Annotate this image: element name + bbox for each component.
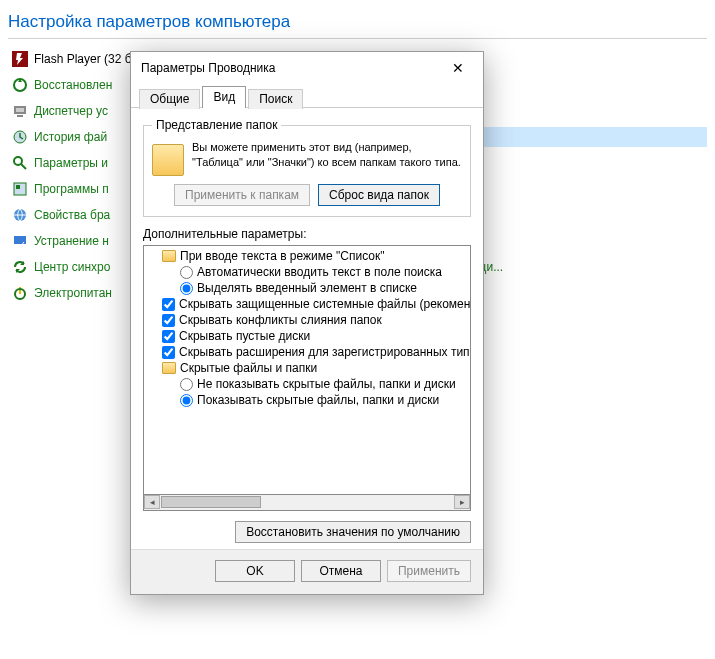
restore-defaults-row: Восстановить значения по умолчанию — [143, 521, 471, 543]
close-button[interactable]: ✕ — [439, 55, 477, 81]
tab-strip: ОбщиеВидПоиск — [131, 84, 483, 108]
advanced-settings-tree[interactable]: При вводе текста в режиме "Список"Автома… — [143, 245, 471, 495]
page-title: Настройка параметров компьютера — [0, 0, 715, 38]
tree-group-header: При вводе текста в режиме "Список" — [144, 248, 470, 264]
svg-point-6 — [14, 157, 22, 165]
tree-item-label: Скрывать конфликты слияния папок — [179, 313, 382, 327]
svg-rect-10 — [14, 236, 26, 244]
tree-item[interactable]: Выделять введенный элемент в списке — [144, 280, 470, 296]
apply-to-folders-button[interactable]: Применить к папкам — [174, 184, 310, 206]
tree-item-label: Скрывать пустые диски — [179, 329, 310, 343]
tree-radio[interactable] — [180, 266, 193, 279]
folder-views-group: Представление папок Вы можете применить … — [143, 118, 471, 217]
tree-item-label: Показывать скрытые файлы, папки и диски — [197, 393, 439, 407]
dialog-titlebar: Параметры Проводника ✕ — [131, 52, 483, 84]
tree-radio[interactable] — [180, 282, 193, 295]
cpl-item-label: Центр синхро — [34, 260, 110, 274]
flash-icon — [12, 51, 28, 67]
tree-group-header: Скрытые файлы и папки — [144, 360, 470, 376]
tree-item-label: Скрывать защищенные системные файлы (рек… — [179, 297, 471, 311]
history-icon — [12, 129, 28, 145]
tree-group-label: Скрытые файлы и папки — [180, 361, 317, 375]
divider — [8, 38, 707, 39]
tree-item[interactable]: Скрывать расширения для зарегистрированн… — [144, 344, 470, 360]
tree-item[interactable]: Скрывать конфликты слияния папок — [144, 312, 470, 328]
apply-button[interactable]: Применить — [387, 560, 471, 582]
cpl-item-label: Программы п — [34, 182, 109, 196]
tree-item-label: Выделять введенный элемент в списке — [197, 281, 417, 295]
svg-rect-3 — [16, 108, 24, 112]
devicemgr-icon — [12, 103, 28, 119]
tree-item[interactable]: Автоматически вводить текст в поле поиск… — [144, 264, 470, 280]
tree-item[interactable]: Скрывать пустые диски — [144, 328, 470, 344]
reset-folders-button[interactable]: Сброс вида папок — [318, 184, 440, 206]
troubleshoot-icon — [12, 233, 28, 249]
svg-rect-8 — [16, 185, 20, 189]
tree-item-label: Скрывать расширения для зарегистрированн… — [179, 345, 471, 359]
folder-views-buttons: Применить к папкам Сброс вида папок — [152, 184, 462, 206]
tree-item[interactable]: Скрывать защищенные системные файлы (рек… — [144, 296, 470, 312]
dialog-body: Представление папок Вы можете применить … — [131, 108, 483, 549]
tab-view[interactable]: Вид — [202, 86, 246, 108]
close-icon: ✕ — [452, 60, 464, 76]
power-icon — [12, 285, 28, 301]
globe-icon — [12, 207, 28, 223]
folder-icon — [162, 362, 176, 374]
scroll-thumb[interactable] — [161, 496, 261, 508]
indexing-icon — [12, 155, 28, 171]
tree-group-label: При вводе текста в режиме "Список" — [180, 249, 385, 263]
tree-checkbox[interactable] — [162, 298, 175, 311]
dialog-title: Параметры Проводника — [141, 61, 439, 75]
tab-general[interactable]: Общие — [139, 89, 200, 109]
folder-views-legend: Представление папок — [152, 118, 281, 132]
cpl-item-label: История фай — [34, 130, 107, 144]
cpl-item-label: Восстановлен — [34, 78, 112, 92]
tree-checkbox[interactable] — [162, 346, 175, 359]
folder-options-dialog: Параметры Проводника ✕ ОбщиеВидПоиск Пре… — [130, 51, 484, 595]
cpl-item-label: Диспетчер ус — [34, 104, 108, 118]
cancel-button[interactable]: Отмена — [301, 560, 381, 582]
restore-defaults-button[interactable]: Восстановить значения по умолчанию — [235, 521, 471, 543]
tree-item-label: Не показывать скрытые файлы, папки и дис… — [197, 377, 456, 391]
cpl-item-label: Параметры и — [34, 156, 108, 170]
cpl-item-label: Свойства бра — [34, 208, 110, 222]
tree-item-label: Автоматически вводить текст в поле поиск… — [197, 265, 442, 279]
tab-search[interactable]: Поиск — [248, 89, 303, 109]
tree-checkbox[interactable] — [162, 330, 175, 343]
folder-icon — [162, 250, 176, 262]
ok-button[interactable]: OK — [215, 560, 295, 582]
sync-icon — [12, 259, 28, 275]
folder-views-row: Вы можете применить этот вид (например, … — [152, 140, 462, 176]
cpl-item-label: Электропитан — [34, 286, 112, 300]
tree-radio[interactable] — [180, 378, 193, 391]
cpl-item-label: Устранение н — [34, 234, 109, 248]
tree-checkbox[interactable] — [162, 314, 175, 327]
recovery-icon — [12, 77, 28, 93]
folder-views-text: Вы можете применить этот вид (например, … — [192, 140, 462, 170]
advanced-settings-label: Дополнительные параметры: — [143, 227, 471, 241]
tree-item[interactable]: Не показывать скрытые файлы, папки и дис… — [144, 376, 470, 392]
folder-icon — [152, 144, 184, 176]
dialog-footer: OK Отмена Применить — [131, 549, 483, 594]
svg-rect-4 — [17, 115, 23, 117]
scroll-left-arrow[interactable]: ◂ — [144, 495, 160, 509]
programs-icon — [12, 181, 28, 197]
tree-radio[interactable] — [180, 394, 193, 407]
scroll-right-arrow[interactable]: ▸ — [454, 495, 470, 509]
horizontal-scrollbar[interactable]: ◂ ▸ — [143, 495, 471, 511]
tree-item[interactable]: Показывать скрытые файлы, папки и диски — [144, 392, 470, 408]
